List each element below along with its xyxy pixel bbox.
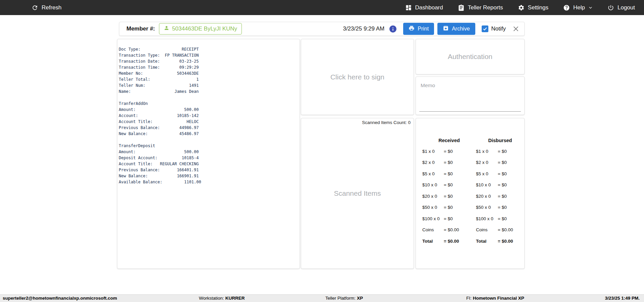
power-icon	[607, 4, 614, 11]
cash-rows: $1 x 0= $0$1 x 0= $0$2 x 0= $0$2 x 0= $0…	[422, 148, 524, 244]
receipt-panel: Doc Type: RECEIPT Transaction Type: FP T…	[117, 39, 300, 269]
member-bar-actions: 3/23/25 9:29 AM Print Archive N	[343, 23, 520, 35]
signature-pad[interactable]: Click here to sign	[301, 39, 414, 115]
member-number-label: Member #:	[126, 25, 155, 32]
memo-input[interactable]	[419, 104, 521, 112]
nav-item-label: Teller Reports	[468, 4, 503, 11]
chevron-down-icon	[588, 5, 593, 10]
top-navbar: Refresh Dashboard Teller Reports Setting…	[0, 0, 644, 15]
nav-item-label: Settings	[528, 4, 548, 11]
signature-placeholder: Click here to sign	[330, 73, 384, 81]
logged-in-user-email: superteller2@hometownfinancialxp.onmicro…	[3, 295, 117, 302]
workstation-info: Workstation:KURRER	[199, 295, 245, 302]
archive-icon	[443, 25, 449, 33]
financial-institution-info: FI:Hometown Financial XP	[466, 295, 524, 302]
navbar-menu: Dashboard Teller Reports Settings Help	[405, 0, 635, 15]
cash-row: Total= $0.00Total= $0.00	[422, 238, 524, 244]
printer-icon	[409, 25, 415, 33]
fi-label: FI:	[466, 296, 472, 301]
nav-item-label: Logout	[618, 4, 635, 11]
nav-item-logout[interactable]: Logout	[607, 4, 635, 11]
member-chip-text: 5034463DE ByLyJI KUNy	[172, 25, 237, 32]
info-icon[interactable]	[389, 25, 397, 33]
print-button[interactable]: Print	[403, 23, 434, 35]
gear-icon	[518, 4, 525, 11]
notify-checkbox-group[interactable]: Notify	[482, 25, 506, 32]
scanned-items-placeholder: Scanned Items	[334, 189, 381, 197]
clipboard-icon	[458, 4, 465, 11]
refresh-button[interactable]: Refresh	[32, 0, 62, 15]
cash-row: $5 x 0= $0$5 x 0= $0	[422, 170, 524, 177]
dashboard-icon	[405, 4, 412, 11]
nav-item-teller-reports[interactable]: Teller Reports	[458, 4, 503, 11]
cash-count-panel: Received Disbursed $1 x 0= $0$1 x 0= $0$…	[416, 118, 525, 269]
refresh-label: Refresh	[42, 4, 62, 11]
nav-item-help[interactable]: Help	[563, 4, 593, 11]
authentication-placeholder: Authentication	[448, 53, 492, 61]
cash-row: $20 x 0= $0$20 x 0= $0	[422, 193, 524, 199]
scanned-items-placeholder-wrap: Scanned Items	[301, 118, 414, 268]
notify-checkbox[interactable]	[482, 25, 488, 32]
refresh-icon	[32, 4, 38, 11]
cash-row: $1 x 0= $0$1 x 0= $0	[422, 148, 524, 155]
cash-row: $50 x 0= $0$50 x 0= $0	[422, 204, 524, 211]
fi-value: Hometown Financial XP	[473, 296, 524, 301]
cash-row: $10 x 0= $0$10 x 0= $0	[422, 182, 524, 188]
cash-row: $2 x 0= $0$2 x 0= $0	[422, 159, 524, 166]
platform-value: XP	[357, 296, 363, 301]
member-chip[interactable]: 5034463DE ByLyJI KUNy	[159, 23, 242, 35]
nav-item-label: Help	[573, 4, 585, 11]
workstation-label: Workstation:	[199, 296, 224, 301]
nav-item-dashboard[interactable]: Dashboard	[405, 4, 443, 11]
teller-app-screen: Refresh Dashboard Teller Reports Setting…	[0, 0, 644, 302]
memo-panel: Memo	[416, 76, 525, 115]
notify-label: Notify	[491, 25, 506, 32]
cash-row: $100 x 0= $0$100 x 0= $0	[422, 215, 524, 222]
print-label: Print	[418, 26, 429, 32]
cash-count-headers: Received Disbursed	[422, 138, 524, 143]
archive-button[interactable]: Archive	[437, 23, 475, 35]
close-icon[interactable]	[512, 25, 520, 33]
archive-label: Archive	[452, 26, 470, 32]
status-datetime: 3/23/25 1:49 PM.	[605, 295, 640, 302]
platform-label: Teller Platform:	[325, 296, 356, 301]
receipt-text: Doc Type: RECEIPT Transaction Type: FP T…	[117, 39, 300, 185]
status-bar: superteller2@hometownfinancialxp.onmicro…	[0, 294, 644, 302]
cash-row: Coins= $0.00Coins= $0.00	[422, 227, 524, 233]
disbursed-header: Disbursed	[476, 138, 524, 143]
scanned-items-panel: Scanned Items Count: 0 Scanned Items	[301, 118, 414, 269]
nav-item-settings[interactable]: Settings	[518, 4, 548, 11]
workstation-value: KURRER	[225, 296, 245, 301]
person-icon	[164, 25, 169, 33]
nav-item-label: Dashboard	[415, 4, 443, 11]
teller-platform-info: Teller Platform:XP	[325, 295, 363, 302]
received-header: Received	[422, 138, 476, 143]
member-bar: Member #: 5034463DE ByLyJI KUNy 3/23/25 …	[119, 22, 525, 36]
help-icon	[563, 4, 570, 11]
memo-label: Memo	[421, 82, 435, 88]
authentication-panel: Authentication	[416, 39, 525, 74]
transaction-datetime: 3/23/25 9:29 AM	[343, 25, 384, 32]
